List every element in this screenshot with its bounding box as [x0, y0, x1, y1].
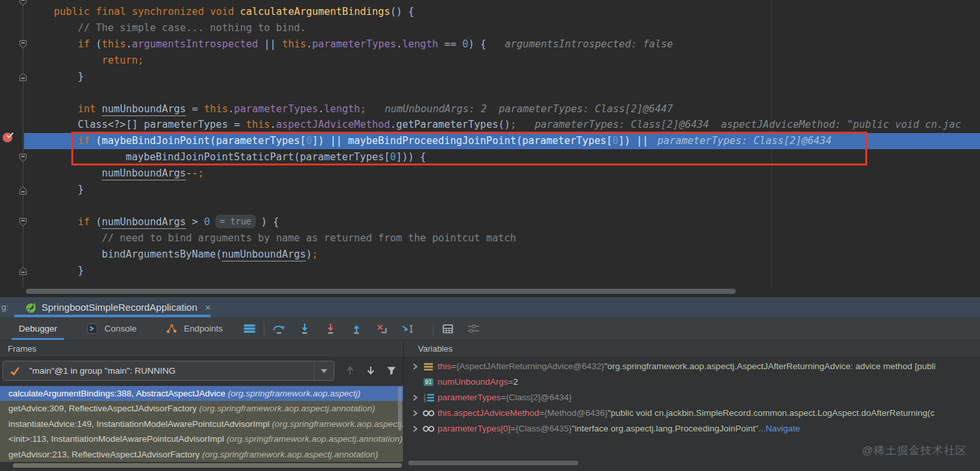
object-icon — [421, 363, 436, 371]
close-icon[interactable]: × — [205, 302, 211, 313]
svg-text:01: 01 — [425, 379, 432, 385]
code-token: .getParameterTypes() — [390, 119, 510, 130]
debug-tool-window: g: SpringbootSimpleRecordApplication × D… — [0, 297, 980, 471]
force-step-into-icon[interactable] — [323, 322, 338, 336]
stack-frame-row[interactable]: calculateArgumentBindings:388, AbstractA… — [0, 386, 403, 401]
code-token: ; — [198, 167, 204, 179]
code-line[interactable]: Class<?>[] parameterTypes = this.aspectJ… — [78, 117, 961, 133]
frame-navigation — [340, 362, 402, 379]
variable-row[interactable]: parameterTypes[0] = {Class@6435} "interf… — [408, 421, 980, 437]
step-into-icon[interactable] — [297, 322, 312, 336]
code-token: calculateArgumentBindings — [240, 6, 390, 18]
tab-debugger[interactable]: Debugger — [10, 317, 65, 340]
inline-debug-hint: numUnboundArgs: 2 parameterTypes: Class[… — [373, 103, 673, 115]
code-token: Class<?>[] parameterTypes = — [78, 119, 246, 130]
chevron-right-icon[interactable] — [408, 425, 421, 433]
variable-name: this — [438, 359, 451, 374]
chevron-right-icon[interactable] — [408, 394, 421, 402]
code-token: numUnboundArgs — [102, 216, 186, 229]
variable-row[interactable]: 01numUnboundArgs = 2 — [408, 374, 980, 390]
stack-frame-row[interactable]: getAdvice:309, ReflectiveAspectJAdvisorF… — [0, 401, 403, 416]
code-token: numUnboundArgs — [102, 103, 186, 116]
red-annotation-box — [71, 132, 867, 165]
code-line[interactable]: // The simple case... nothing to bind. — [78, 20, 306, 36]
code-line[interactable]: } — [78, 69, 84, 85]
code-token: } — [78, 184, 84, 195]
frames-panel-header: Frames — [0, 341, 403, 357]
code-line[interactable]: int numUnboundArgs = this.parameterTypes… — [78, 101, 673, 117]
step-out-icon[interactable] — [349, 322, 364, 336]
code-token: ) — [306, 248, 312, 260]
thread-selector-text: "main"@1 in group "main": RUNNING — [29, 366, 314, 376]
variable-name: parameterTypes[0] — [438, 421, 511, 437]
code-token: () { — [390, 6, 414, 18]
inline-debug-hint: argumentsIntrospected: false — [493, 38, 673, 50]
thread-selector[interactable]: "main"@1 in group "main": RUNNING — [3, 361, 334, 381]
frame-location: calculateArgumentBindings:388, AbstractA… — [8, 389, 228, 398]
code-token: 0 — [204, 216, 210, 228]
code-line[interactable]: numUnboundArgs--; — [102, 165, 204, 182]
variable-row[interactable]: this.aspectJAdviceMethod = {Method@6436}… — [408, 405, 980, 421]
code-token: ; — [312, 248, 318, 260]
chevron-right-icon[interactable] — [408, 363, 421, 370]
drop-frame-icon[interactable] — [375, 322, 390, 336]
navigate-link[interactable]: Navigate — [765, 421, 800, 437]
tab-endpoints[interactable]: Endpoints — [156, 317, 231, 340]
variable-value: = — [508, 374, 513, 390]
menu-icon[interactable] — [242, 322, 257, 336]
code-token: == — [438, 38, 462, 50]
editor-horizontal-scrollbar[interactable] — [26, 289, 736, 294]
frame-location: instantiateAdvice:149, InstantiationMode… — [8, 419, 272, 429]
chevron-right-icon[interactable] — [408, 409, 421, 417]
chevron-down-icon[interactable] — [314, 361, 334, 380]
primitive-icon: 01 — [421, 378, 436, 387]
code-token: ( — [96, 216, 102, 228]
stack-frame-row[interactable]: getAdvisor:213, ReflectiveAspectJAdvisor… — [0, 447, 403, 462]
frame-location: getAdvisor:213, ReflectiveAspectJAdvisor… — [8, 450, 202, 459]
code-token: aspectJAdviceMethod — [276, 119, 390, 130]
code-token: this — [102, 38, 126, 50]
evaluate-icon[interactable] — [440, 322, 456, 336]
variable-name: parameterTypes — [438, 390, 501, 405]
run-to-cursor-icon[interactable] — [401, 322, 416, 336]
frames-horizontal-scrollbar[interactable] — [13, 463, 402, 468]
variable-value: 2 — [513, 374, 519, 390]
watch-icon — [421, 409, 436, 417]
run-config-title: SpringbootSimpleRecordApplication — [41, 302, 197, 313]
tab-console[interactable]: Console — [76, 317, 145, 340]
step-over-icon[interactable] — [271, 322, 286, 336]
code-token: numUnboundArgs — [102, 167, 186, 180]
code-token: ; — [360, 103, 366, 115]
layout-settings-icon[interactable] — [466, 322, 482, 336]
variables-title: Variables — [418, 344, 452, 354]
frames-vertical-scrollbar[interactable] — [398, 387, 402, 431]
debug-label: g: — [1, 297, 8, 317]
variable-row[interactable]: 123parameterTypes = {Class[2]@6434} — [408, 390, 980, 405]
stack-frame-row[interactable]: <init>:113, InstantiationModelAwarePoint… — [0, 431, 403, 446]
code-line[interactable]: if (this.argumentsIntrospected || this.p… — [78, 36, 673, 53]
filter-icon[interactable] — [381, 362, 402, 379]
code-token: ( — [96, 38, 102, 50]
code-line[interactable]: public final synchronized void calculate… — [54, 4, 414, 20]
code-line[interactable]: return; — [102, 53, 144, 69]
code-line[interactable]: } — [78, 263, 84, 279]
stack-frame-row[interactable]: instantiateAdvice:149, InstantiationMode… — [0, 417, 403, 431]
debugger-tabstrip: DebuggerConsoleEndpoints — [0, 317, 980, 341]
variable-value: {Class[2]@6434} — [506, 390, 572, 405]
variable-value: = — [451, 359, 456, 374]
code-line[interactable]: if (numUnboundArgs > 0= true) { — [78, 214, 279, 230]
thread-status-icon — [7, 364, 23, 378]
frame-package: (org.springframework.aop.aspectj.annotat… — [226, 434, 402, 444]
code-editor[interactable]: public final synchronized void calculate… — [0, 0, 980, 297]
code-token: numUnboundArgs — [222, 248, 306, 261]
code-token: parameterTypes — [312, 38, 396, 50]
variables-horizontal-scrollbar[interactable] — [408, 461, 578, 465]
watermark: @稀土掘金技术社区 — [862, 443, 967, 458]
frame-down-icon[interactable] — [360, 362, 381, 379]
code-line[interactable]: bindArgumentsByName(numUnboundArgs); — [102, 247, 318, 263]
code-token: this — [204, 103, 228, 115]
code-line[interactable]: } — [78, 182, 84, 198]
inline-evaluation-chip: = true — [215, 215, 256, 228]
code-line[interactable]: // need to bind arguments by name as ret… — [102, 230, 516, 247]
variable-row[interactable]: this = {AspectJAfterReturningAdvice@6432… — [408, 359, 980, 374]
